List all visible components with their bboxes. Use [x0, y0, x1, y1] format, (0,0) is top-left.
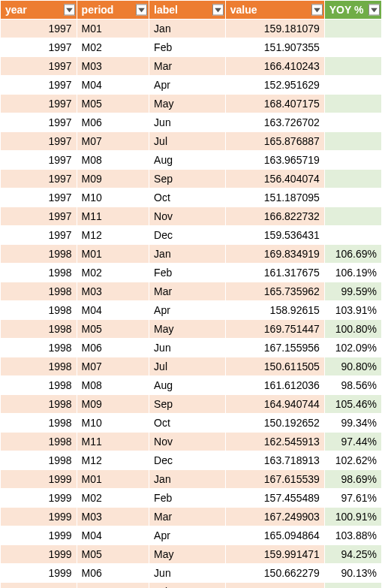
cell-value[interactable]: 167.56964 [225, 583, 324, 589]
cell-label[interactable]: Jul [149, 357, 226, 376]
cell-value[interactable]: 150.662279 [225, 564, 324, 583]
cell-year[interactable]: 1997 [1, 76, 77, 95]
cell-yoy[interactable]: 99.59% [324, 282, 381, 301]
cell-year[interactable]: 1998 [1, 395, 77, 414]
filter-button-yoy[interactable] [368, 5, 380, 16]
cell-yoy[interactable]: 90.13% [324, 564, 381, 583]
cell-period[interactable]: M09 [77, 395, 149, 414]
cell-label[interactable]: Jan [149, 20, 226, 38]
cell-yoy[interactable]: 98.69% [324, 470, 381, 489]
cell-year[interactable]: 1997 [1, 20, 77, 38]
cell-yoy[interactable] [324, 207, 381, 226]
cell-period[interactable]: M03 [77, 282, 149, 301]
cell-year[interactable]: 1999 [1, 508, 77, 526]
header-yoy[interactable]: YOY % [324, 1, 381, 20]
cell-period[interactable]: M11 [77, 207, 149, 226]
cell-label[interactable]: May [149, 320, 226, 339]
cell-value[interactable]: 166.410243 [225, 57, 324, 76]
cell-value[interactable]: 152.951629 [225, 76, 324, 95]
cell-value[interactable]: 159.181079 [225, 20, 324, 38]
cell-period[interactable]: M05 [77, 95, 149, 113]
cell-period[interactable]: M05 [77, 545, 149, 564]
cell-period[interactable]: M07 [77, 132, 149, 151]
filter-button-value[interactable] [311, 5, 323, 16]
cell-value[interactable]: 167.155956 [225, 339, 324, 357]
cell-yoy[interactable]: 102.09% [324, 339, 381, 357]
cell-label[interactable]: Mar [149, 508, 226, 526]
cell-yoy[interactable] [324, 95, 381, 113]
cell-label[interactable]: Aug [149, 151, 226, 170]
cell-value[interactable]: 150.611505 [225, 357, 324, 376]
cell-label[interactable]: Oct [149, 414, 226, 433]
cell-label[interactable]: May [149, 545, 226, 564]
cell-label[interactable]: Jul [149, 583, 226, 589]
cell-yoy[interactable] [324, 20, 381, 38]
filter-button-year[interactable] [64, 5, 75, 16]
cell-period[interactable]: M04 [77, 76, 149, 95]
cell-year[interactable]: 1997 [1, 188, 77, 207]
cell-year[interactable]: 1999 [1, 526, 77, 545]
cell-value[interactable]: 165.735962 [225, 282, 324, 301]
cell-yoy[interactable]: 105.46% [324, 395, 381, 414]
cell-year[interactable]: 1998 [1, 245, 77, 264]
cell-year[interactable]: 1999 [1, 470, 77, 489]
cell-year[interactable]: 1999 [1, 545, 77, 564]
cell-label[interactable]: Jun [149, 113, 226, 132]
cell-period[interactable]: M07 [77, 583, 149, 589]
cell-year[interactable]: 1997 [1, 57, 77, 76]
cell-yoy[interactable]: 100.91% [324, 508, 381, 526]
cell-value[interactable]: 168.407175 [225, 95, 324, 113]
cell-label[interactable]: Jul [149, 132, 226, 151]
cell-yoy[interactable]: 94.25% [324, 545, 381, 564]
cell-label[interactable]: Feb [149, 489, 226, 508]
cell-yoy[interactable]: 106.19% [324, 264, 381, 282]
cell-year[interactable]: 1998 [1, 433, 77, 451]
cell-year[interactable]: 1998 [1, 451, 77, 470]
cell-yoy[interactable]: 98.56% [324, 376, 381, 395]
cell-value[interactable]: 161.317675 [225, 264, 324, 282]
cell-label[interactable]: Feb [149, 264, 226, 282]
cell-value[interactable]: 157.455489 [225, 489, 324, 508]
cell-period[interactable]: M04 [77, 301, 149, 320]
cell-value[interactable]: 163.726702 [225, 113, 324, 132]
header-period[interactable]: period [77, 1, 149, 20]
cell-period[interactable]: M06 [77, 339, 149, 357]
cell-period[interactable]: M04 [77, 526, 149, 545]
cell-period[interactable]: M03 [77, 57, 149, 76]
cell-yoy[interactable]: 102.62% [324, 451, 381, 470]
header-label[interactable]: label [149, 1, 226, 20]
cell-yoy[interactable] [324, 226, 381, 245]
cell-year[interactable]: 1999 [1, 564, 77, 583]
cell-value[interactable]: 151.907355 [225, 38, 324, 57]
cell-label[interactable]: Oct [149, 188, 226, 207]
cell-value[interactable]: 156.404074 [225, 170, 324, 188]
cell-year[interactable]: 1997 [1, 132, 77, 151]
cell-period[interactable]: M10 [77, 414, 149, 433]
cell-value[interactable]: 159.536431 [225, 226, 324, 245]
cell-value[interactable]: 150.192652 [225, 414, 324, 433]
cell-value[interactable]: 169.751447 [225, 320, 324, 339]
cell-year[interactable]: 1998 [1, 357, 77, 376]
cell-period[interactable]: M08 [77, 376, 149, 395]
cell-period[interactable]: M01 [77, 245, 149, 264]
cell-yoy[interactable] [324, 132, 381, 151]
cell-value[interactable]: 163.718913 [225, 451, 324, 470]
cell-year[interactable]: 1998 [1, 320, 77, 339]
cell-label[interactable]: Dec [149, 451, 226, 470]
cell-label[interactable]: Jan [149, 245, 226, 264]
cell-yoy[interactable] [324, 57, 381, 76]
cell-yoy[interactable]: 111.26% [324, 583, 381, 589]
cell-label[interactable]: May [149, 95, 226, 113]
cell-value[interactable]: 161.612036 [225, 376, 324, 395]
filter-button-label[interactable] [212, 5, 224, 16]
cell-period[interactable]: M05 [77, 320, 149, 339]
cell-year[interactable]: 1997 [1, 170, 77, 188]
cell-value[interactable]: 166.822732 [225, 207, 324, 226]
cell-yoy[interactable] [324, 38, 381, 57]
cell-label[interactable]: Apr [149, 526, 226, 545]
header-value[interactable]: value [225, 1, 324, 20]
cell-period[interactable]: M02 [77, 38, 149, 57]
cell-year[interactable]: 1998 [1, 376, 77, 395]
cell-value[interactable]: 164.940744 [225, 395, 324, 414]
cell-yoy[interactable]: 97.44% [324, 433, 381, 451]
